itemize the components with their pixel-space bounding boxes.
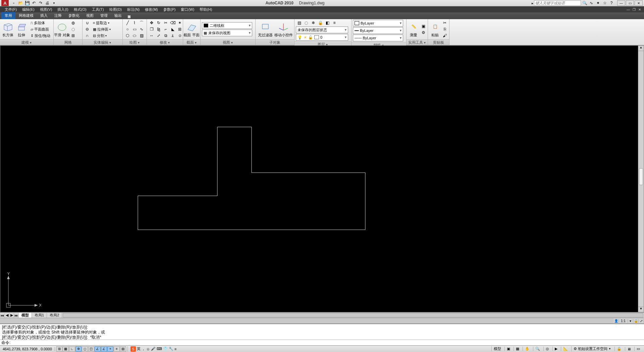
layer-lock-icon[interactable]: 🔒 bbox=[317, 20, 324, 26]
ribbon-tab-annotate[interactable]: 注释 bbox=[51, 12, 65, 19]
right-scale-label[interactable]: 1:1 bbox=[619, 319, 628, 323]
fillet-icon[interactable]: ⌐ bbox=[162, 26, 169, 32]
mesh-more-icon[interactable]: ◍ bbox=[70, 20, 76, 26]
layout-tab-1[interactable]: 布局1 bbox=[32, 313, 47, 318]
layout-tab-2[interactable]: 布局2 bbox=[47, 313, 62, 318]
menu-dimension[interactable]: 标注(N) bbox=[124, 7, 142, 12]
app-logo-icon[interactable]: A bbox=[1, 0, 9, 6]
linetype-dropdown[interactable]: ─── ByLayer▼ bbox=[353, 35, 403, 41]
right-person-icon[interactable]: 👤 bbox=[613, 319, 619, 323]
panel-title-subobject[interactable]: 子对象 bbox=[256, 39, 294, 45]
qp-toggle[interactable]: ▤ bbox=[120, 346, 126, 352]
layout-hscroll[interactable] bbox=[63, 313, 643, 317]
panel-title-mesh[interactable]: 网格 bbox=[54, 39, 82, 45]
undo-icon[interactable]: ↶ bbox=[31, 0, 37, 6]
menu-window[interactable]: 窗口(W) bbox=[178, 7, 197, 12]
panel-title-utilities[interactable]: 实用工具▼ bbox=[407, 39, 428, 45]
save-icon[interactable]: 💾 bbox=[24, 0, 30, 6]
planar-surface-button[interactable]: ▱平面曲面 bbox=[29, 26, 52, 32]
color-dropdown[interactable]: ByLayer▼ bbox=[353, 20, 403, 27]
drawing-area[interactable]: X Y ▲ ▼ bbox=[0, 45, 644, 312]
command-input[interactable] bbox=[12, 340, 643, 345]
layer-dropdown[interactable]: 💡 ☀ 🔓 0 ▼ bbox=[296, 34, 348, 41]
erase-icon[interactable]: ⌫ bbox=[169, 20, 176, 26]
hscroll-track[interactable] bbox=[0, 318, 613, 323]
toolbar-lock-icon[interactable]: 🔒 bbox=[614, 347, 624, 351]
layer-off-icon[interactable]: ◌ bbox=[303, 20, 310, 26]
layer-match-icon[interactable]: ≡ bbox=[331, 20, 338, 26]
copy-clip-icon[interactable]: ⎘ bbox=[441, 26, 448, 32]
comm-center-icon[interactable]: ∿ bbox=[588, 0, 594, 6]
subtract-icon[interactable]: ⊖ bbox=[84, 26, 91, 32]
grid-toggle[interactable]: ▦ bbox=[63, 346, 69, 352]
trim-icon[interactable]: ✂ bbox=[162, 20, 169, 26]
spline-icon[interactable]: ∿ bbox=[138, 26, 145, 32]
ortho-toggle[interactable]: ∟ bbox=[69, 346, 75, 352]
cut-icon[interactable]: ✂ bbox=[441, 20, 448, 26]
polysolid-button[interactable]: ⎍多段体 bbox=[29, 20, 52, 26]
panel-title-view[interactable]: 视图▼ bbox=[201, 39, 255, 45]
measure-button[interactable]: 📏 测量 bbox=[408, 20, 419, 39]
ribbon-tab-view[interactable]: 视图 bbox=[83, 12, 97, 19]
box-button[interactable]: 长方体 bbox=[1, 20, 14, 39]
clean-screen-icon[interactable]: ▭ bbox=[634, 347, 642, 351]
qat-dropdown-icon[interactable]: ▼ bbox=[51, 0, 57, 6]
no-filter-button[interactable]: 无过滤器 bbox=[257, 20, 273, 39]
help-search-input[interactable] bbox=[534, 0, 581, 6]
explode-icon[interactable]: ✶ bbox=[176, 20, 183, 26]
ribbon-tab-output[interactable]: 输出 bbox=[111, 12, 125, 19]
move-gizmo-button[interactable]: 移动小控件 bbox=[274, 20, 293, 39]
scale-icon[interactable]: ⤢ bbox=[155, 33, 162, 39]
drawing-canvas[interactable] bbox=[0, 46, 644, 312]
mdi-minimize-icon[interactable]: — bbox=[626, 8, 631, 11]
align-icon[interactable]: ⫫ bbox=[169, 33, 176, 39]
ime-skin-icon[interactable]: 👕 bbox=[163, 347, 168, 351]
smooth-object-button[interactable]: 平滑 对象 bbox=[55, 20, 69, 39]
scroll-down-icon[interactable]: ▼ bbox=[638, 307, 644, 312]
layout-tab-model[interactable]: 模型 bbox=[19, 313, 32, 318]
panel-title-section[interactable]: 截面▼ bbox=[183, 39, 200, 45]
layer-color-icon[interactable]: ◧ bbox=[324, 20, 331, 26]
ribbon-tab-mesh[interactable]: 网格建模 bbox=[15, 12, 37, 19]
menu-tools[interactable]: 工具(T) bbox=[89, 7, 107, 12]
steering-wheel-icon[interactable]: ◎ bbox=[543, 347, 551, 351]
rect-icon[interactable]: ▭ bbox=[131, 26, 138, 32]
panel-title-modify[interactable]: 修改▼ bbox=[147, 39, 183, 45]
extrude-face-button[interactable]: ▦拉伸面▾ bbox=[91, 26, 112, 32]
named-view-dropdown[interactable]: ▦ 未保存的视图 ▼ bbox=[202, 30, 252, 36]
union-icon[interactable]: ∪ bbox=[84, 20, 91, 26]
panel-title-modeling[interactable]: 建模▼ bbox=[0, 39, 53, 45]
ime-toolbox-icon[interactable]: 🔧 bbox=[169, 347, 173, 351]
favorite-icon[interactable]: ☆ bbox=[602, 0, 608, 6]
menu-format[interactable]: 格式(O) bbox=[71, 7, 89, 12]
workspace-switcher[interactable]: ⚙ 初始设置工作空间 ▼ bbox=[571, 346, 613, 351]
ribbon-tab-insert[interactable]: 插入 bbox=[37, 12, 51, 19]
layer-prop-icon[interactable]: ▤ bbox=[296, 20, 303, 26]
drawn-polyline-shape[interactable] bbox=[138, 127, 365, 230]
ribbon-tab-expand-icon[interactable]: ◙ bbox=[125, 14, 133, 19]
extrude-button[interactable]: 拉伸 bbox=[15, 20, 28, 39]
copy-icon[interactable]: ❐ bbox=[148, 26, 155, 32]
menu-modify[interactable]: 修改(M) bbox=[142, 7, 161, 12]
coordinate-display[interactable]: 4641.2739, 823.7908 , 0.0000 bbox=[0, 347, 55, 351]
tab-first-icon[interactable]: ⏮ bbox=[0, 313, 5, 317]
sogou-icon[interactable]: S bbox=[130, 346, 136, 352]
break-icon[interactable]: ⎊ bbox=[176, 33, 183, 39]
layer-state-dropdown[interactable]: 未保存的图层状态▼ bbox=[296, 27, 348, 33]
exchange-icon[interactable]: ✦ bbox=[595, 0, 601, 6]
panel-title-clipboard[interactable]: 剪贴板 bbox=[428, 39, 449, 45]
ime-emoji-icon[interactable]: ☺ bbox=[146, 347, 150, 351]
chamfer-icon[interactable]: ◣ bbox=[169, 26, 176, 32]
circle-icon[interactable]: ○ bbox=[124, 26, 131, 32]
polar-toggle[interactable]: ✲ bbox=[75, 346, 82, 352]
panel-title-draw[interactable]: 绘图▼ bbox=[123, 39, 147, 45]
ribbon-tab-parametric[interactable]: 参数化 bbox=[65, 12, 83, 19]
minimize-button[interactable]: — bbox=[617, 0, 625, 6]
ribbon-tab-home[interactable]: 常用 bbox=[1, 12, 15, 19]
ime-mic-icon[interactable]: 🎤 bbox=[151, 347, 156, 351]
annoscale-icon[interactable]: 📐 bbox=[561, 347, 570, 351]
lwt-toggle[interactable]: ≡ bbox=[114, 346, 120, 352]
menu-help[interactable]: 帮助(H) bbox=[197, 7, 215, 12]
ime-lang[interactable]: 英 bbox=[137, 346, 141, 351]
rotate-icon[interactable]: ↻ bbox=[155, 20, 162, 26]
